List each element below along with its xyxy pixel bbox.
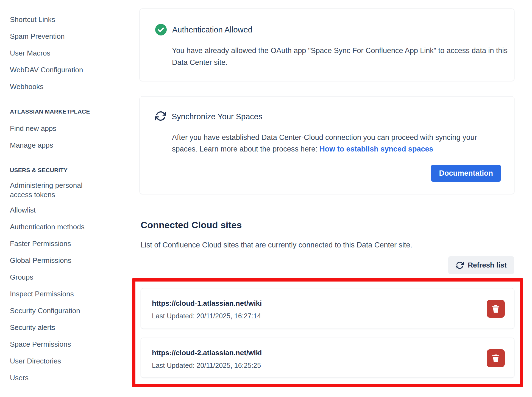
synchronize-spaces-header: Synchronize Your Spaces [155, 111, 263, 123]
sidebar-item-administering-personal-access-tokens[interactable]: Administering personal access tokens [10, 178, 106, 202]
sidebar-item-authentication-methods[interactable]: Authentication methods [10, 218, 106, 235]
sidebar-item-groups[interactable]: Groups [10, 269, 106, 285]
sidebar-item-find-new-apps[interactable]: Find new apps [10, 120, 106, 137]
sidebar-item-webhooks[interactable]: Webhooks [10, 78, 106, 95]
sidebar-section-atlassian-marketplace: ATLASSIAN MARKETPLACE [10, 103, 106, 120]
sidebar-item-shortcut-links[interactable]: Shortcut Links [10, 11, 106, 28]
sidebar-item-users[interactable]: Users [10, 369, 106, 386]
sidebar-item-global-permissions[interactable]: Global Permissions [10, 252, 106, 269]
synchronize-spaces-body: After you have established Data Center-C… [172, 132, 503, 155]
sidebar-item-spam-prevention[interactable]: Spam Prevention [10, 28, 106, 45]
trash-icon [491, 354, 500, 363]
sidebar-divider [123, 0, 123, 394]
documentation-button[interactable]: Documentation [431, 165, 501, 182]
connected-cloud-sites-heading: Connected Cloud sites [141, 220, 242, 230]
refresh-list-label: Refresh list [468, 261, 507, 269]
refresh-icon [456, 261, 464, 269]
sidebar-item-security-configuration[interactable]: Security Configuration [10, 302, 106, 319]
connected-cloud-sites-description: List of Confluence Cloud sites that are … [141, 241, 412, 249]
sidebar-item-faster-permissions[interactable]: Faster Permissions [10, 235, 106, 252]
sync-arrows-icon [155, 111, 166, 123]
synchronize-spaces-title: Synchronize Your Spaces [172, 112, 263, 121]
authentication-allowed-header: Authentication Allowed [155, 24, 252, 35]
admin-sidebar: Shortcut Links Spam Prevention User Macr… [10, 11, 106, 386]
sidebar-item-space-permissions[interactable]: Space Permissions [10, 336, 106, 352]
authentication-allowed-card: Authentication Allowed You have already … [140, 9, 514, 81]
cloud-site-url: https://cloud-1.atlassian.net/wiki [152, 299, 262, 308]
sidebar-item-user-macros[interactable]: User Macros [10, 45, 106, 61]
sidebar-item-webdav-configuration[interactable]: WebDAV Configuration [10, 61, 106, 78]
cloud-site-card: https://cloud-1.atlassian.net/wiki Last … [141, 288, 514, 329]
sidebar-item-user-directories[interactable]: User Directories [10, 352, 106, 369]
cloud-site-card: https://cloud-2.atlassian.net/wiki Last … [141, 338, 514, 378]
authentication-allowed-title: Authentication Allowed [172, 25, 252, 34]
synchronize-spaces-card: Synchronize Your Spaces After you have e… [140, 96, 514, 194]
sidebar-section-users-security: USERS & SECURITY [10, 162, 106, 178]
delete-site-button[interactable] [487, 349, 505, 367]
sidebar-item-security-alerts[interactable]: Security alerts [10, 319, 106, 336]
admin-page: Shortcut Links Spam Prevention User Macr… [0, 0, 532, 397]
sidebar-item-allowlist[interactable]: Allowlist [10, 202, 106, 218]
refresh-list-button[interactable]: Refresh list [448, 256, 514, 274]
success-check-icon [155, 24, 167, 35]
how-to-establish-synced-spaces-link[interactable]: How to establish synced spaces [319, 145, 433, 153]
cloud-site-last-updated: Last Updated: 20/11/2025, 16:27:14 [152, 312, 261, 320]
sidebar-item-inspect-permissions[interactable]: Inspect Permissions [10, 285, 106, 302]
authentication-allowed-body: You have already allowed the OAuth app "… [172, 45, 510, 68]
trash-icon [491, 304, 500, 313]
delete-site-button[interactable] [487, 300, 505, 318]
sidebar-item-manage-apps[interactable]: Manage apps [10, 137, 106, 153]
cloud-site-last-updated: Last Updated: 20/11/2025, 16:25:25 [152, 362, 261, 370]
cloud-site-url: https://cloud-2.atlassian.net/wiki [152, 349, 262, 357]
